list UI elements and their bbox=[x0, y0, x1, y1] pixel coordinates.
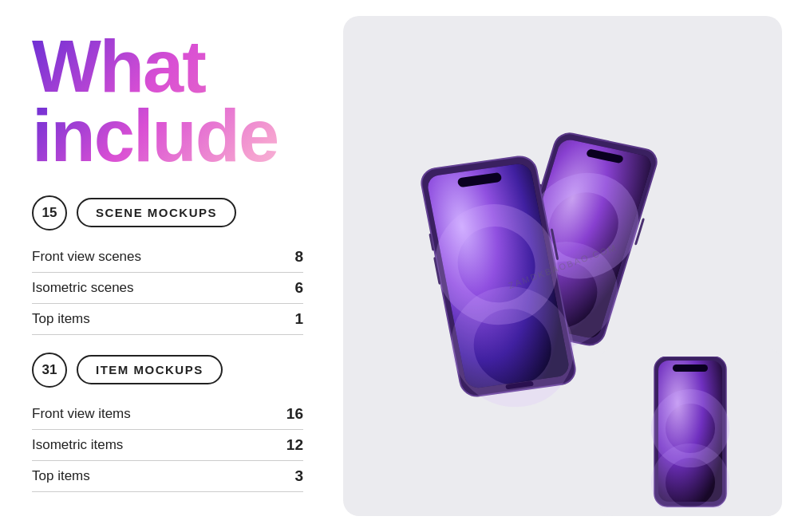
row-label: Isometric scenes bbox=[32, 280, 134, 296]
scene-count-badge: 15 bbox=[32, 195, 67, 231]
scene-mockups-label: SCENE MOCKUPS bbox=[77, 198, 236, 227]
row-label: Front view items bbox=[32, 406, 131, 422]
row-value: 16 bbox=[286, 405, 303, 423]
list-item: Top items 3 bbox=[32, 461, 303, 492]
list-item: Isometric items 12 bbox=[32, 430, 303, 461]
phone-card-small bbox=[598, 349, 782, 516]
row-value: 3 bbox=[294, 467, 303, 485]
svg-rect-25 bbox=[673, 365, 708, 372]
row-value: 8 bbox=[294, 248, 303, 266]
headline-line1: What bbox=[32, 32, 303, 101]
row-label: Top items bbox=[32, 311, 90, 327]
iphone-front-svg bbox=[650, 357, 730, 508]
headline-line2: include bbox=[32, 101, 303, 171]
row-value: 12 bbox=[286, 436, 303, 454]
list-item: Isometric scenes 6 bbox=[32, 273, 303, 304]
row-value: 1 bbox=[294, 310, 303, 328]
svg-rect-22 bbox=[658, 361, 722, 502]
row-label: Isometric items bbox=[32, 437, 123, 453]
row-label: Front view scenes bbox=[32, 249, 141, 265]
item-mockups-list: Front view items 16 Isometric items 12 T… bbox=[32, 399, 303, 492]
list-item: Top items 1 bbox=[32, 304, 303, 335]
row-value: 6 bbox=[294, 279, 303, 297]
row-label: Top items bbox=[32, 468, 90, 484]
left-panel: What include 15 SCENE MOCKUPS Front view… bbox=[0, 0, 335, 532]
list-item: Front view scenes 8 bbox=[32, 242, 303, 273]
item-count-badge: 31 bbox=[32, 353, 67, 388]
item-mockups-badge: 31 ITEM MOCKUPS bbox=[32, 353, 303, 388]
scene-mockups-badge: 15 SCENE MOCKUPS bbox=[32, 195, 303, 231]
scene-mockups-list: Front view scenes 8 Isometric scenes 6 T… bbox=[32, 242, 303, 335]
list-item: Front view items 16 bbox=[32, 399, 303, 430]
right-panel: ZAMDKBAOBAO.COM bbox=[335, 0, 798, 532]
headline: What include bbox=[32, 32, 303, 171]
item-mockups-label: ITEM MOCKUPS bbox=[77, 355, 223, 384]
